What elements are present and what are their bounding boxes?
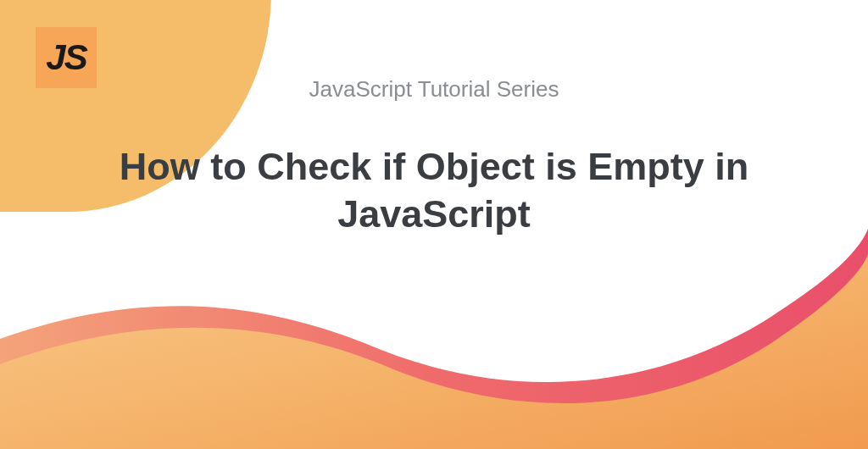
content-area: JavaScript Tutorial Series How to Check … bbox=[0, 0, 868, 239]
bottom-decorative-wave bbox=[0, 229, 868, 449]
page-title: How to Check if Object is Empty in JavaS… bbox=[78, 143, 790, 239]
series-subtitle: JavaScript Tutorial Series bbox=[309, 76, 559, 103]
